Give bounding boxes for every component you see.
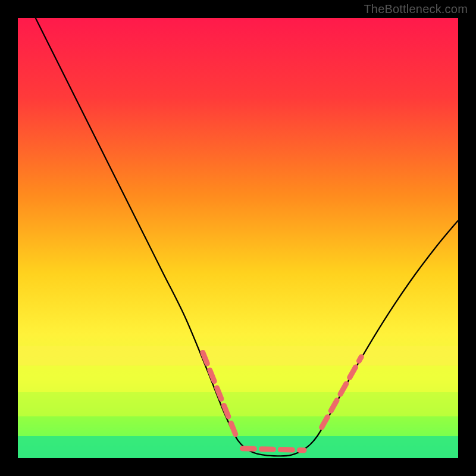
color-band-3 [18,416,458,436]
color-band-1 [18,366,458,392]
chart-frame: TheBottleneck.com [0,0,476,476]
color-band-2 [18,392,458,416]
bottleneck-chart [0,0,476,476]
watermark-text: TheBottleneck.com [364,2,468,16]
color-band-0 [18,346,458,365]
